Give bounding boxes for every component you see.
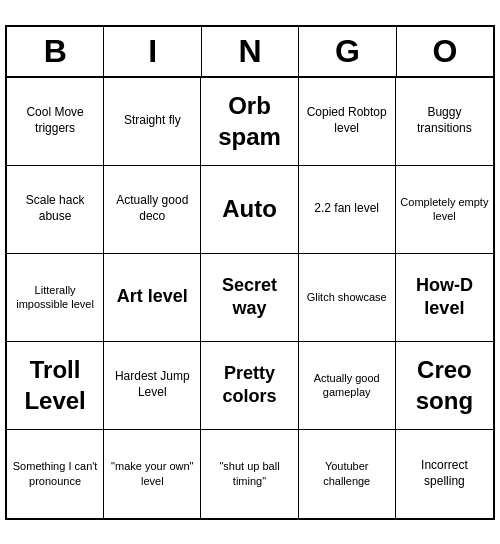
bingo-cell[interactable]: Orb spam [201, 78, 298, 166]
bingo-cell[interactable]: Completely empty level [396, 166, 493, 254]
bingo-cell[interactable]: Actually good deco [104, 166, 201, 254]
bingo-cell[interactable]: Creo song [396, 342, 493, 430]
bingo-cell[interactable]: "shut up ball timing" [201, 430, 298, 518]
bingo-header: B I N G O [7, 27, 493, 78]
header-o: O [397, 27, 493, 76]
bingo-cell[interactable]: Secret way [201, 254, 298, 342]
bingo-cell[interactable]: "make your own" level [104, 430, 201, 518]
bingo-cell[interactable]: Youtuber challenge [299, 430, 396, 518]
header-n: N [202, 27, 299, 76]
bingo-cell[interactable]: Straight fly [104, 78, 201, 166]
bingo-grid: Cool Move triggersStraight flyOrb spamCo… [7, 78, 493, 518]
bingo-cell[interactable]: How-D level [396, 254, 493, 342]
bingo-cell[interactable]: Troll Level [7, 342, 104, 430]
bingo-cell[interactable]: Actually good gameplay [299, 342, 396, 430]
bingo-cell[interactable]: Cool Move triggers [7, 78, 104, 166]
bingo-cell[interactable]: Scale hack abuse [7, 166, 104, 254]
bingo-cell[interactable]: Copied Robtop level [299, 78, 396, 166]
bingo-cell[interactable]: Incorrect spelling [396, 430, 493, 518]
bingo-cell[interactable]: Glitch showcase [299, 254, 396, 342]
header-b: B [7, 27, 104, 76]
header-g: G [299, 27, 396, 76]
bingo-cell[interactable]: Art level [104, 254, 201, 342]
bingo-cell[interactable]: Pretty colors [201, 342, 298, 430]
bingo-cell[interactable]: Litterally impossible level [7, 254, 104, 342]
bingo-cell[interactable]: Something I can't pronounce [7, 430, 104, 518]
header-i: I [104, 27, 201, 76]
bingo-card: B I N G O Cool Move triggersStraight fly… [5, 25, 495, 520]
bingo-cell[interactable]: Auto [201, 166, 298, 254]
bingo-cell[interactable]: Hardest Jump Level [104, 342, 201, 430]
bingo-cell[interactable]: Buggy transitions [396, 78, 493, 166]
bingo-cell[interactable]: 2.2 fan level [299, 166, 396, 254]
